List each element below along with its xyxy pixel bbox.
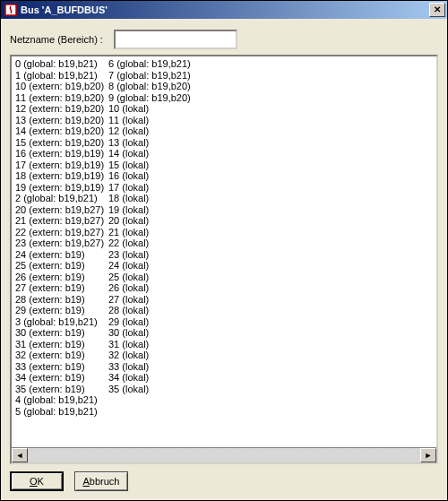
signal-list-body[interactable]: 0 (global: b19,b21)1 (global: b19,b21)10… bbox=[12, 56, 436, 447]
list-item[interactable]: 21 (extern: b19,b27) bbox=[15, 215, 107, 227]
list-item[interactable]: 15 (extern: b19,b20) bbox=[15, 137, 107, 149]
cancel-button[interactable]: Abbruch bbox=[74, 471, 128, 491]
list-item[interactable]: 25 (extern: b19) bbox=[15, 260, 107, 272]
scroll-right-button[interactable]: ► bbox=[420, 448, 436, 462]
list-item[interactable]: 16 (extern: b19,b19) bbox=[15, 148, 107, 160]
list-item[interactable]: 32 (lokal) bbox=[108, 350, 205, 361]
list-item[interactable]: 35 (lokal) bbox=[108, 384, 205, 395]
arrow-left-icon: ◄ bbox=[16, 451, 24, 460]
netname-input[interactable] bbox=[114, 30, 237, 49]
close-button[interactable]: ✕ bbox=[429, 3, 445, 17]
list-item[interactable]: 17 (lokal) bbox=[108, 182, 205, 194]
titlebar: Bus 'A_BUFDBUS' ✕ bbox=[1, 1, 447, 19]
list-item[interactable]: 31 (extern: b19) bbox=[15, 339, 107, 350]
list-item[interactable]: 35 (extern: b19) bbox=[15, 384, 107, 395]
app-icon bbox=[4, 4, 17, 16]
list-item[interactable]: 19 (lokal) bbox=[108, 204, 205, 216]
list-item[interactable]: 5 (global: b19,b21) bbox=[15, 406, 107, 418]
window-title: Bus 'A_BUFDBUS' bbox=[21, 4, 429, 15]
list-item[interactable]: 11 (extern: b19,b20) bbox=[15, 92, 107, 104]
list-item[interactable]: 3 (global: b19,b21) bbox=[15, 316, 107, 328]
list-item[interactable]: 4 (global: b19,b21) bbox=[15, 394, 107, 406]
list-item[interactable]: 27 (extern: b19) bbox=[15, 282, 107, 294]
signal-list: 0 (global: b19,b21)1 (global: b19,b21)10… bbox=[10, 55, 438, 464]
list-item[interactable]: 32 (extern: b19) bbox=[15, 350, 107, 361]
list-item[interactable]: 20 (extern: b19,b27) bbox=[15, 204, 107, 216]
list-item[interactable]: 7 (global: b19,b21) bbox=[108, 70, 205, 82]
list-item[interactable]: 16 (lokal) bbox=[108, 170, 205, 182]
list-item[interactable]: 14 (lokal) bbox=[108, 148, 205, 160]
close-icon: ✕ bbox=[434, 5, 441, 14]
cancel-rest: bbruch bbox=[90, 476, 120, 487]
list-item[interactable]: 13 (extern: b19,b20) bbox=[15, 115, 107, 126]
list-item[interactable]: 31 (lokal) bbox=[108, 339, 205, 350]
list-item[interactable]: 22 (extern: b19,b27) bbox=[15, 227, 107, 238]
list-item[interactable]: 20 (lokal) bbox=[108, 215, 205, 227]
list-item[interactable]: 28 (extern: b19) bbox=[15, 294, 107, 306]
list-item[interactable]: 27 (lokal) bbox=[108, 294, 205, 306]
list-item[interactable]: 24 (lokal) bbox=[108, 260, 205, 272]
list-item[interactable]: 21 (lokal) bbox=[108, 227, 205, 238]
netname-row: Netzname (Bereich) : bbox=[10, 26, 438, 49]
list-item[interactable]: 34 (lokal) bbox=[108, 372, 205, 384]
list-item[interactable]: 19 (extern: b19,b19) bbox=[15, 182, 107, 194]
list-item[interactable]: 29 (lokal) bbox=[108, 316, 205, 328]
list-item[interactable]: 23 (extern: b19,b27) bbox=[15, 238, 107, 249]
ok-mnemonic: O bbox=[30, 476, 38, 487]
list-item[interactable]: 26 (lokal) bbox=[108, 282, 205, 294]
dialog-window: Bus 'A_BUFDBUS' ✕ Netzname (Bereich) : 0… bbox=[0, 0, 448, 501]
list-item[interactable]: 18 (extern: b19,b19) bbox=[15, 170, 107, 182]
signal-column-2: 6 (global: b19,b21)7 (global: b19,b21)8 … bbox=[108, 58, 205, 417]
cancel-mnemonic: A bbox=[83, 476, 90, 487]
list-item[interactable]: 12 (extern: b19,b20) bbox=[15, 103, 107, 115]
list-item[interactable]: 11 (lokal) bbox=[108, 115, 205, 126]
list-item[interactable]: 34 (extern: b19) bbox=[15, 372, 107, 384]
list-item[interactable]: 10 (lokal) bbox=[108, 103, 205, 115]
list-item[interactable]: 29 (extern: b19) bbox=[15, 305, 107, 316]
list-item[interactable]: 33 (lokal) bbox=[108, 361, 205, 373]
list-item[interactable]: 15 (lokal) bbox=[108, 160, 205, 171]
horizontal-scrollbar[interactable]: ◄ ► bbox=[12, 447, 436, 462]
list-item[interactable]: 23 (lokal) bbox=[108, 249, 205, 261]
list-item[interactable]: 24 (extern: b19) bbox=[15, 249, 107, 261]
ok-button[interactable]: OK bbox=[10, 471, 64, 491]
list-item[interactable]: 8 (global: b19,b20) bbox=[108, 81, 205, 92]
list-item[interactable]: 18 (lokal) bbox=[108, 193, 205, 204]
arrow-right-icon: ► bbox=[425, 451, 433, 460]
signal-column-1: 0 (global: b19,b21)1 (global: b19,b21)10… bbox=[15, 58, 107, 417]
client-area: Netzname (Bereich) : 0 (global: b19,b21)… bbox=[1, 19, 447, 500]
list-item[interactable]: 28 (lokal) bbox=[108, 305, 205, 316]
list-item[interactable]: 26 (extern: b19) bbox=[15, 272, 107, 283]
list-item[interactable]: 33 (extern: b19) bbox=[15, 361, 107, 373]
list-item[interactable]: 30 (extern: b19) bbox=[15, 327, 107, 339]
list-item[interactable]: 14 (extern: b19,b20) bbox=[15, 125, 107, 137]
list-item[interactable]: 6 (global: b19,b21) bbox=[108, 58, 205, 70]
list-item[interactable]: 12 (lokal) bbox=[108, 125, 205, 137]
list-item[interactable]: 17 (extern: b19,b19) bbox=[15, 160, 107, 171]
list-item[interactable]: 2 (global: b19,b21) bbox=[15, 193, 107, 204]
list-item[interactable]: 30 (lokal) bbox=[108, 327, 205, 339]
list-item[interactable]: 9 (global: b19,b20) bbox=[108, 92, 205, 104]
list-item[interactable]: 10 (extern: b19,b20) bbox=[15, 81, 107, 92]
list-item[interactable]: 22 (lokal) bbox=[108, 238, 205, 249]
netname-label: Netzname (Bereich) : bbox=[10, 34, 103, 45]
dialog-buttons: OK Abbruch bbox=[10, 470, 438, 491]
list-item[interactable]: 25 (lokal) bbox=[108, 272, 205, 283]
scroll-left-button[interactable]: ◄ bbox=[12, 448, 28, 462]
scroll-track[interactable] bbox=[28, 448, 420, 462]
ok-rest: K bbox=[38, 476, 44, 487]
list-item[interactable]: 1 (global: b19,b21) bbox=[15, 70, 107, 82]
list-item[interactable]: 0 (global: b19,b21) bbox=[15, 58, 107, 70]
list-item[interactable]: 13 (lokal) bbox=[108, 137, 205, 149]
